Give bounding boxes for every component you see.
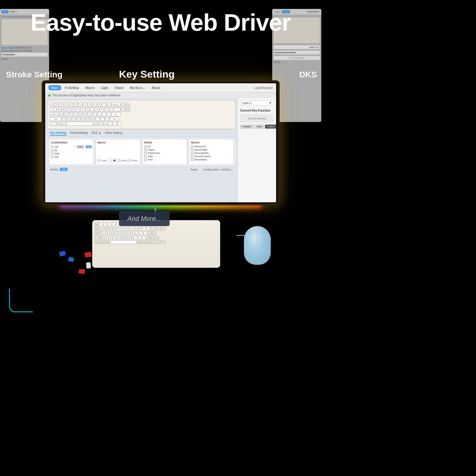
combination-panel: Combination Ctrl → Fake DEL Alt Shift Wi… [49,139,94,165]
monitor: Main FnSetting Macro Light Share My Acco… [42,80,280,205]
nav-about[interactable]: About [148,85,163,90]
nav-bar: Main FnSetting Macro Light Share My Acco… [45,83,276,93]
combination-shift: Shift [51,152,92,155]
media-panel: Media Fn Player Play/Pause Stop Prev [142,139,187,165]
press-checkbox[interactable] [128,159,130,162]
key-setting-label: Key Setting [119,68,175,80]
media-player: Player [144,148,185,151]
footer-bar: MK902 USB Reset Configuration: MK902_1 [47,167,236,172]
layer-label: Layer-1 [242,101,251,104]
monitor-screen: Main FnSetting Macro Light Share My Acco… [45,83,276,202]
main-title: Easy-to-use Web Driver [0,9,321,36]
footer-reset: Reset [190,168,198,171]
confirm-button[interactable]: Confirm [265,125,276,129]
mouse-title: Mouse [191,141,232,144]
key-action-buttons: Forbidden Reset Confirm [240,125,274,129]
keyboard-area: Esc 123 456 789 0-= Backspace Ins PgUp T… [45,98,237,202]
teal-accent [9,289,33,312]
footer-model: MK902 [50,168,59,171]
nav-login[interactable]: Login/Register [254,86,273,90]
nav-light[interactable]: Light [98,85,111,90]
combination-ctrl: Ctrl → Fake DEL [51,145,92,148]
loop-control: Loop ↕ auto Press [98,158,138,163]
tabs-bar: Key Setting StrokeSetting DKS ▲ Other Se… [47,129,236,137]
layer-dropdown[interactable]: Layer-1 ▼ [240,101,274,105]
forbidden-button[interactable]: Forbidden [240,125,254,129]
loop-checkbox[interactable] [98,159,100,162]
loop-select[interactable]: ↕ [108,158,117,163]
physical-mouse [244,226,271,265]
tab-dks[interactable]: DKS ▲ [91,131,101,136]
white-keycap-1 [86,262,91,268]
footer-config-label: Configuration: [203,168,220,171]
mouse-back: MouseBack [191,158,232,161]
right-panel: Layer-1 ▼ Current Key Function No Key Se… [237,98,276,202]
footer-config-name: MK902_1 [221,168,233,171]
mouse-left: MouseLeft [191,145,232,148]
nav-main[interactable]: Main [48,85,61,90]
layer-dropdown-icon: ▼ [269,101,272,104]
footer-usb: USB [60,168,68,171]
mouse-right: MouseRight [191,148,232,151]
mouse-forward: MouseForward [191,155,232,158]
tab-other-setting[interactable]: Other Setting [105,131,122,136]
info-bar: The function of highlighted keys has bee… [45,93,276,98]
info-dot [48,94,51,97]
combination-alt: Alt [51,149,92,152]
current-key-function-title: Current Key Function [240,109,274,112]
screen-content: Esc 123 456 789 0-= Backspace Ins PgUp T… [45,98,276,202]
no-key-selected: No Key Selected [240,114,274,123]
red-keycap-2 [79,269,85,274]
blue-keycap-2 [68,257,74,262]
tab-key-setting[interactable]: Key Setting [50,131,66,136]
combination-win: Win [51,156,92,158]
nav-share[interactable]: Share [112,85,126,90]
physical-keyboard: Esc Ins PgU Tab Q W E R T Y U I [92,220,220,268]
nav-macro[interactable]: Macro [82,85,98,90]
nav-fnsetting[interactable]: FnSetting [62,85,82,90]
media-playpause: Play/Pause [144,152,185,154]
combination-title: Combination [51,141,92,144]
and-more-badge: And More... [119,211,170,226]
bottom-panels: Combination Ctrl → Fake DEL Alt Shift Wi… [47,137,236,167]
auto-checkbox[interactable] [118,159,121,162]
reset-button[interactable]: Reset [255,125,264,129]
media-fn: Fn [144,145,185,148]
media-stop: Stop [144,155,185,158]
media-title: Media [144,141,185,144]
mouse-middle: MouseMiddle [191,152,232,154]
info-message: The function of highlighted keys has bee… [52,94,120,97]
macro-panel: Macro Loop ↕ auto Press [95,139,140,165]
dks-label: DKS [299,70,317,79]
and-more-text: And More... [127,215,161,222]
mouse-panel: Mouse MouseLeft MouseRight MouseMiddle M… [189,139,234,165]
nav-myaccount[interactable]: My Acco... [127,85,148,90]
macro-title: Macro [98,141,138,144]
stroke-setting-label: Stroke Setting [6,70,62,79]
media-prev: Prev [144,158,185,161]
red-keycap-1 [84,252,92,258]
keyboard-visual: Esc 123 456 789 0-= Backspace Ins PgUp T… [47,100,236,129]
tab-stroke-setting[interactable]: StrokeSetting [70,131,88,136]
